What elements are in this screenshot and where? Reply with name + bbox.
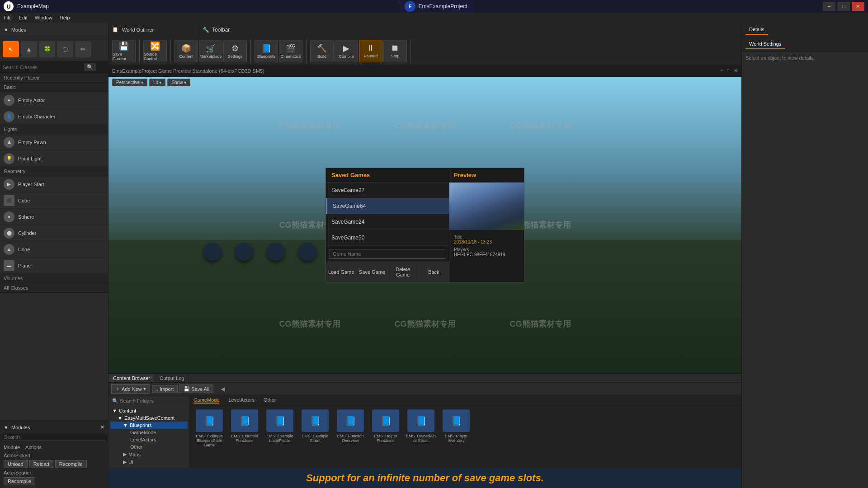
save-slot-64[interactable]: SaveGame64 xyxy=(326,198,449,214)
stop-button[interactable]: ⏹ Stop xyxy=(383,40,407,62)
category-basic[interactable]: Basic xyxy=(0,83,108,92)
folder-easy-multi[interactable]: ▼ EasyMultiSaveContent xyxy=(110,414,188,422)
category-geometry[interactable]: Geometry xyxy=(0,167,108,176)
actor-empty-character[interactable]: 👤 Empty Character xyxy=(0,108,108,125)
world-settings-tab[interactable]: World Settings xyxy=(745,39,785,49)
actor-empty-pawn[interactable]: ♟ Empty Pawn xyxy=(0,134,108,150)
actor-cylinder[interactable]: ⬤ Cylinder xyxy=(0,225,108,241)
settings-button[interactable]: ⚙ Settings xyxy=(223,40,247,62)
show-button[interactable]: Show ▾ xyxy=(167,79,190,86)
cat-gamemode[interactable]: GameMode xyxy=(193,397,219,404)
lit-button[interactable]: Lit ▾ xyxy=(149,79,165,86)
modules-close-icon[interactable]: ✕ xyxy=(100,424,104,430)
folder-content[interactable]: ▼ Content xyxy=(110,407,188,414)
cat-other[interactable]: Other xyxy=(264,397,276,404)
minimize-button[interactable]: − xyxy=(823,2,835,11)
search-input[interactable] xyxy=(3,65,84,70)
landscape-mode-icon[interactable]: ▲ xyxy=(21,41,37,57)
foliage-mode-icon[interactable]: 🍀 xyxy=(39,41,55,57)
search-button[interactable]: 🔍 xyxy=(84,63,96,71)
asset-ems-functions[interactable]: 📘 EMS_Example Functions xyxy=(229,409,260,447)
asset-ems-bp-save[interactable]: 📘 EMS_Example BlueprintSave Game xyxy=(193,409,225,447)
asset-ems-owned-actor[interactable]: 📘 EMS_OwnedActor Struct xyxy=(405,409,437,447)
cat-levelactors[interactable]: LevelActors xyxy=(228,397,254,404)
actor-cube[interactable]: ⬛ Cube xyxy=(0,192,108,209)
cb-collapse-icon[interactable]: ◀ xyxy=(221,386,225,392)
category-all-classes[interactable]: All Classes xyxy=(0,283,108,293)
save-game-button[interactable]: Save Game xyxy=(357,262,387,282)
actor-plane[interactable]: ▬ Plane xyxy=(0,258,108,274)
add-new-button[interactable]: ＋ Add New ▾ xyxy=(111,384,150,394)
back-button[interactable]: Back xyxy=(419,262,449,282)
save-slot-50[interactable]: SaveGame50 xyxy=(326,230,449,246)
folder-maps[interactable]: ▶ Maps xyxy=(110,450,188,458)
actor-cone[interactable]: ▲ Cone xyxy=(0,241,108,258)
folder-ui[interactable]: ▶ UI xyxy=(110,458,188,466)
maximize-button[interactable]: □ xyxy=(837,2,850,11)
output-log-tab[interactable]: Output Log xyxy=(155,374,189,382)
asset-ems-localprofile[interactable]: 📘 EMS_Example LocalProfile xyxy=(264,409,296,447)
modules-collapse-icon[interactable]: ▼ xyxy=(4,425,9,430)
import-icon: ↓ xyxy=(156,386,159,392)
stop-label: Stop xyxy=(391,54,400,58)
reload-button[interactable]: Reload xyxy=(29,460,53,468)
save-slot-24[interactable]: SaveGame24 xyxy=(326,214,449,230)
dialog-buttons: Load Game Save Game Delete Game Back xyxy=(326,262,449,282)
unload-button[interactable]: Unload xyxy=(4,460,28,468)
close-button[interactable]: ✕ xyxy=(852,2,864,11)
content-label: Content xyxy=(179,54,193,59)
folder-gamemode[interactable]: GameMode xyxy=(110,429,188,436)
recompile-button-2[interactable]: Recompile xyxy=(4,477,35,485)
menu-file[interactable]: File xyxy=(4,15,12,20)
asset-ems-player-inv[interactable]: 📘 EMS_Player Inventory xyxy=(440,409,472,447)
title-text: ExampleMap xyxy=(17,3,49,9)
actor-sphere[interactable]: ● Sphere xyxy=(0,209,108,225)
delete-game-button[interactable]: Delete Game xyxy=(388,262,419,282)
save-slot-27[interactable]: SaveGame27 xyxy=(326,183,449,198)
modules-search-input[interactable] xyxy=(2,433,106,441)
select-mode-icon[interactable]: ↖ xyxy=(3,41,19,57)
compile-button[interactable]: ▶ Compile xyxy=(335,40,358,62)
load-game-button[interactable]: Load Game xyxy=(326,262,357,282)
folder-blueprints[interactable]: ▼ Blueprints xyxy=(110,422,188,429)
asset-ems-helper[interactable]: 📘 EMS_Helper Functions xyxy=(370,409,401,447)
viewport-content[interactable]: CG熊猫素材专用CG熊猫素材专用CG熊猫素材专用 CG熊猫素材专用CG熊猫素材专… xyxy=(108,77,741,373)
recompile-button[interactable]: Recompile xyxy=(55,460,87,468)
paint-mode-icon[interactable]: ✏ xyxy=(75,41,91,57)
empty-character-icon: 👤 xyxy=(4,111,14,122)
folder-other[interactable]: Other xyxy=(110,443,188,450)
cube-label: Cube xyxy=(18,198,30,203)
cinematics-button[interactable]: 🎬 Cinematics xyxy=(279,40,302,62)
asset-ems-struct[interactable]: 📘 EMS_Example Struct xyxy=(299,409,331,447)
build-button[interactable]: 🔨 Build xyxy=(310,40,334,62)
details-tab[interactable]: Details xyxy=(745,25,768,35)
menu-edit[interactable]: Edit xyxy=(19,15,28,20)
actor-point-light[interactable]: 💡 Point Light xyxy=(0,150,108,167)
save-current-button[interactable]: 💾 Save Current xyxy=(112,40,136,62)
menu-help[interactable]: Help xyxy=(60,15,70,20)
game-name-input[interactable] xyxy=(330,249,445,259)
content-button[interactable]: 📦 Content xyxy=(175,40,198,62)
source-control-button[interactable]: 🔀 Source Control xyxy=(143,40,167,62)
viewport-restore-icon[interactable]: □ xyxy=(727,68,730,74)
geometry-mode-icon[interactable]: ⬡ xyxy=(57,41,73,57)
viewport-minimize-icon[interactable]: − xyxy=(721,68,723,74)
marketplace-button[interactable]: 🛒 Marketplace xyxy=(199,40,222,62)
asset-ems-func-overview[interactable]: 📘 EMS_Function Overview xyxy=(335,409,366,447)
perspective-button[interactable]: Perspective ▾ xyxy=(112,79,147,86)
actor-empty-actor[interactable]: ● Empty Actor xyxy=(0,92,108,108)
category-lights[interactable]: Lights xyxy=(0,125,108,134)
folder-levelactors[interactable]: LevelActors xyxy=(110,436,188,443)
viewport-close-icon[interactable]: ✕ xyxy=(734,68,738,74)
import-button[interactable]: ↓ Import xyxy=(152,385,178,393)
category-recently-placed[interactable]: Recently Placed xyxy=(0,73,108,83)
content-browser-tab[interactable]: Content Browser xyxy=(108,374,155,382)
actor-player-start[interactable]: ▶ Player Start xyxy=(0,176,108,192)
folder-geometry[interactable]: ▶ Geometry xyxy=(110,466,188,468)
paused-button[interactable]: ⏸ Paused xyxy=(359,40,382,62)
menu-window[interactable]: Window xyxy=(35,15,52,20)
save-all-button[interactable]: 💾 Save All xyxy=(179,385,213,393)
category-volumes[interactable]: Volumes xyxy=(0,274,108,283)
blueprints-button[interactable]: 📘 Blueprints xyxy=(255,40,278,62)
empty-character-label: Empty Character xyxy=(18,114,56,119)
